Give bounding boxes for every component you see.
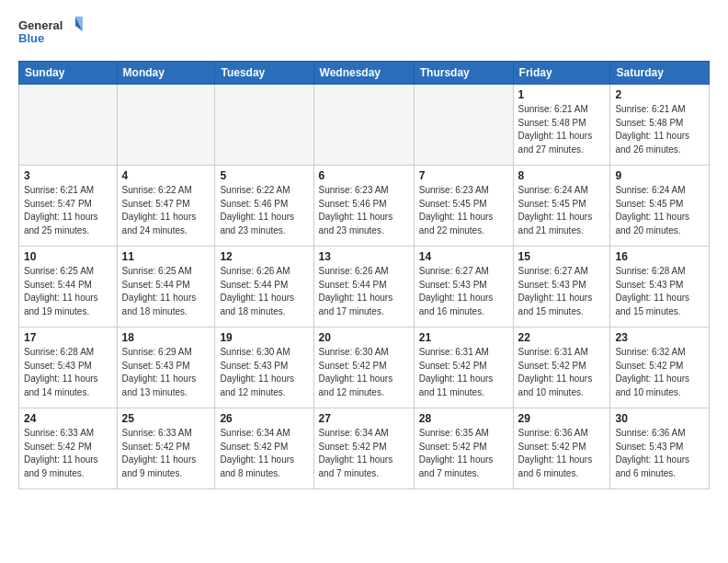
- header: General Blue: [18, 15, 710, 52]
- day-info: Sunrise: 6:34 AM Sunset: 5:42 PM Dayligh…: [319, 427, 409, 480]
- calendar-cell-w4-d2: 19Sunrise: 6:30 AM Sunset: 5:43 PM Dayli…: [215, 327, 313, 408]
- day-info: Sunrise: 6:22 AM Sunset: 5:47 PM Dayligh…: [122, 184, 210, 237]
- week-row-2: 3Sunrise: 6:21 AM Sunset: 5:47 PM Daylig…: [19, 166, 710, 247]
- calendar-cell-w4-d0: 17Sunrise: 6:28 AM Sunset: 5:43 PM Dayli…: [19, 327, 118, 408]
- day-number: 9: [615, 169, 704, 182]
- calendar-cell-w3-d3: 13Sunrise: 6:26 AM Sunset: 5:44 PM Dayli…: [313, 247, 414, 327]
- logo-svg: General Blue: [18, 15, 83, 52]
- day-number: 17: [24, 331, 112, 344]
- weekday-header-wednesday: Wednesday: [313, 62, 414, 85]
- day-info: Sunrise: 6:21 AM Sunset: 5:47 PM Dayligh…: [24, 184, 112, 237]
- day-info: Sunrise: 6:27 AM Sunset: 5:43 PM Dayligh…: [419, 265, 508, 318]
- calendar-cell-w2-d6: 9Sunrise: 6:24 AM Sunset: 5:45 PM Daylig…: [610, 166, 710, 247]
- day-info: Sunrise: 6:25 AM Sunset: 5:44 PM Dayligh…: [122, 265, 210, 318]
- calendar-cell-w5-d4: 28Sunrise: 6:35 AM Sunset: 5:42 PM Dayli…: [414, 408, 513, 489]
- day-info: Sunrise: 6:23 AM Sunset: 5:46 PM Dayligh…: [319, 184, 409, 237]
- svg-text:General: General: [18, 18, 63, 32]
- calendar-cell-w3-d5: 15Sunrise: 6:27 AM Sunset: 5:43 PM Dayli…: [513, 247, 610, 327]
- day-info: Sunrise: 6:33 AM Sunset: 5:42 PM Dayligh…: [122, 427, 210, 480]
- calendar-cell-w1-d6: 2Sunrise: 6:21 AM Sunset: 5:48 PM Daylig…: [610, 85, 710, 166]
- day-info: Sunrise: 6:30 AM Sunset: 5:43 PM Dayligh…: [220, 346, 308, 399]
- day-number: 5: [220, 169, 308, 182]
- day-number: 8: [518, 169, 606, 182]
- weekday-header-thursday: Thursday: [414, 62, 513, 85]
- weekday-header-sunday: Sunday: [19, 62, 118, 85]
- day-number: 23: [615, 331, 704, 344]
- day-number: 27: [319, 412, 409, 425]
- weekday-header-friday: Friday: [513, 62, 610, 85]
- calendar-cell-w1-d4: [414, 85, 513, 166]
- calendar-cell-w1-d2: [215, 85, 313, 166]
- week-row-3: 10Sunrise: 6:25 AM Sunset: 5:44 PM Dayli…: [19, 247, 710, 327]
- svg-text:Blue: Blue: [18, 31, 44, 45]
- calendar-cell-w2-d0: 3Sunrise: 6:21 AM Sunset: 5:47 PM Daylig…: [19, 166, 118, 247]
- week-row-5: 24Sunrise: 6:33 AM Sunset: 5:42 PM Dayli…: [19, 408, 710, 489]
- day-number: 7: [419, 169, 508, 182]
- day-number: 2: [615, 88, 704, 101]
- calendar-cell-w3-d1: 11Sunrise: 6:25 AM Sunset: 5:44 PM Dayli…: [117, 247, 215, 327]
- day-info: Sunrise: 6:25 AM Sunset: 5:44 PM Dayligh…: [24, 265, 112, 318]
- day-info: Sunrise: 6:28 AM Sunset: 5:43 PM Dayligh…: [24, 346, 112, 399]
- calendar-cell-w4-d1: 18Sunrise: 6:29 AM Sunset: 5:43 PM Dayli…: [117, 327, 215, 408]
- day-number: 4: [122, 169, 210, 182]
- calendar-cell-w5-d6: 30Sunrise: 6:36 AM Sunset: 5:43 PM Dayli…: [610, 408, 710, 489]
- calendar-cell-w2-d3: 6Sunrise: 6:23 AM Sunset: 5:46 PM Daylig…: [313, 166, 414, 247]
- day-info: Sunrise: 6:26 AM Sunset: 5:44 PM Dayligh…: [220, 265, 308, 318]
- weekday-header-row: SundayMondayTuesdayWednesdayThursdayFrid…: [19, 62, 710, 85]
- weekday-header-monday: Monday: [117, 62, 215, 85]
- day-number: 21: [419, 331, 508, 344]
- day-number: 3: [24, 169, 112, 182]
- calendar-cell-w3-d2: 12Sunrise: 6:26 AM Sunset: 5:44 PM Dayli…: [215, 247, 313, 327]
- calendar-cell-w5-d3: 27Sunrise: 6:34 AM Sunset: 5:42 PM Dayli…: [313, 408, 414, 489]
- calendar-cell-w1-d5: 1Sunrise: 6:21 AM Sunset: 5:48 PM Daylig…: [513, 85, 610, 166]
- calendar-cell-w2-d1: 4Sunrise: 6:22 AM Sunset: 5:47 PM Daylig…: [117, 166, 215, 247]
- day-info: Sunrise: 6:21 AM Sunset: 5:48 PM Dayligh…: [615, 103, 704, 156]
- day-info: Sunrise: 6:31 AM Sunset: 5:42 PM Dayligh…: [518, 346, 606, 399]
- day-info: Sunrise: 6:33 AM Sunset: 5:42 PM Dayligh…: [24, 427, 112, 480]
- day-info: Sunrise: 6:24 AM Sunset: 5:45 PM Dayligh…: [615, 184, 704, 237]
- day-info: Sunrise: 6:32 AM Sunset: 5:42 PM Dayligh…: [615, 346, 704, 399]
- calendar-cell-w1-d3: [313, 85, 414, 166]
- page: General Blue SundayMondayTuesdayWednesda…: [0, 0, 728, 508]
- day-number: 6: [319, 169, 409, 182]
- day-info: Sunrise: 6:24 AM Sunset: 5:45 PM Dayligh…: [518, 184, 606, 237]
- day-info: Sunrise: 6:21 AM Sunset: 5:48 PM Dayligh…: [518, 103, 606, 156]
- day-info: Sunrise: 6:26 AM Sunset: 5:44 PM Dayligh…: [319, 265, 409, 318]
- calendar-cell-w5-d5: 29Sunrise: 6:36 AM Sunset: 5:42 PM Dayli…: [513, 408, 610, 489]
- calendar-cell-w5-d0: 24Sunrise: 6:33 AM Sunset: 5:42 PM Dayli…: [19, 408, 118, 489]
- day-info: Sunrise: 6:28 AM Sunset: 5:43 PM Dayligh…: [615, 265, 704, 318]
- day-number: 14: [419, 250, 508, 263]
- calendar-cell-w3-d6: 16Sunrise: 6:28 AM Sunset: 5:43 PM Dayli…: [610, 247, 710, 327]
- day-number: 10: [24, 250, 112, 263]
- weekday-header-tuesday: Tuesday: [215, 62, 313, 85]
- day-number: 15: [518, 250, 606, 263]
- calendar-cell-w2-d2: 5Sunrise: 6:22 AM Sunset: 5:46 PM Daylig…: [215, 166, 313, 247]
- day-number: 28: [419, 412, 508, 425]
- day-number: 30: [615, 412, 704, 425]
- calendar-cell-w4-d5: 22Sunrise: 6:31 AM Sunset: 5:42 PM Dayli…: [513, 327, 610, 408]
- calendar-table: SundayMondayTuesdayWednesdayThursdayFrid…: [18, 61, 710, 489]
- day-number: 12: [220, 250, 308, 263]
- day-info: Sunrise: 6:22 AM Sunset: 5:46 PM Dayligh…: [220, 184, 308, 237]
- calendar-cell-w5-d1: 25Sunrise: 6:33 AM Sunset: 5:42 PM Dayli…: [117, 408, 215, 489]
- day-number: 16: [615, 250, 704, 263]
- day-info: Sunrise: 6:30 AM Sunset: 5:42 PM Dayligh…: [319, 346, 409, 399]
- day-number: 11: [122, 250, 210, 263]
- day-number: 13: [319, 250, 409, 263]
- calendar-cell-w1-d0: [19, 85, 118, 166]
- day-info: Sunrise: 6:35 AM Sunset: 5:42 PM Dayligh…: [419, 427, 508, 480]
- calendar-cell-w2-d4: 7Sunrise: 6:23 AM Sunset: 5:45 PM Daylig…: [414, 166, 513, 247]
- weekday-header-saturday: Saturday: [610, 62, 710, 85]
- day-number: 1: [518, 88, 606, 101]
- day-number: 29: [518, 412, 606, 425]
- calendar-cell-w4-d3: 20Sunrise: 6:30 AM Sunset: 5:42 PM Dayli…: [313, 327, 414, 408]
- week-row-1: 1Sunrise: 6:21 AM Sunset: 5:48 PM Daylig…: [19, 85, 710, 166]
- day-number: 24: [24, 412, 112, 425]
- day-number: 22: [518, 331, 606, 344]
- day-info: Sunrise: 6:31 AM Sunset: 5:42 PM Dayligh…: [419, 346, 508, 399]
- day-number: 26: [220, 412, 308, 425]
- calendar-cell-w4-d4: 21Sunrise: 6:31 AM Sunset: 5:42 PM Dayli…: [414, 327, 513, 408]
- calendar-cell-w2-d5: 8Sunrise: 6:24 AM Sunset: 5:45 PM Daylig…: [513, 166, 610, 247]
- day-number: 20: [319, 331, 409, 344]
- day-info: Sunrise: 6:23 AM Sunset: 5:45 PM Dayligh…: [419, 184, 508, 237]
